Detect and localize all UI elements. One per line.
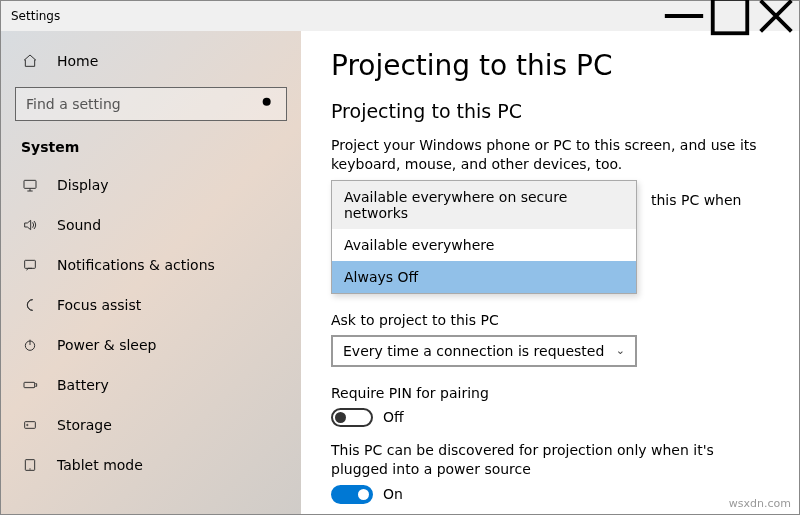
sidebar-item-power-sleep[interactable]: Power & sleep — [1, 325, 301, 365]
focus-assist-icon — [21, 296, 39, 314]
content-pane: Projecting to this PC Projecting to this… — [301, 31, 799, 514]
svg-point-7 — [27, 424, 28, 425]
window-controls — [661, 1, 799, 31]
sidebar-item-notifications[interactable]: Notifications & actions — [1, 245, 301, 285]
sidebar-item-label: Sound — [57, 217, 101, 233]
ask-to-project-value: Every time a connection is requested — [343, 343, 604, 359]
window-body: Home System Display Sound Notifications … — [1, 31, 799, 514]
dropdown-option-everywhere[interactable]: Available everywhere — [332, 229, 636, 261]
hidden-text-fragment: this PC when — [651, 192, 741, 208]
power-icon — [21, 336, 39, 354]
sound-icon — [21, 216, 39, 234]
home-label: Home — [57, 53, 98, 69]
page-description: Project your Windows phone or PC to this… — [331, 136, 769, 174]
discoverable-row: On — [331, 485, 769, 504]
svg-rect-5 — [24, 382, 35, 387]
home-icon — [21, 52, 39, 70]
close-button[interactable] — [753, 1, 799, 31]
storage-icon — [21, 416, 39, 434]
require-pin-row: Off — [331, 408, 769, 427]
watermark: wsxdn.com — [729, 497, 791, 510]
search-input[interactable] — [26, 96, 260, 112]
require-pin-state: Off — [383, 409, 404, 425]
discoverable-state: On — [383, 486, 403, 502]
sidebar-item-label: Battery — [57, 377, 109, 393]
availability-dropdown-wrap: this PC when Available everywhere on sec… — [331, 180, 769, 294]
search-icon — [260, 95, 276, 114]
ask-to-project-select[interactable]: Every time a connection is requested ⌄ — [331, 335, 637, 367]
svg-rect-0 — [713, 0, 748, 33]
sidebar-item-storage[interactable]: Storage — [1, 405, 301, 445]
sidebar-item-sound[interactable]: Sound — [1, 205, 301, 245]
tablet-icon — [21, 456, 39, 474]
require-pin-label: Require PIN for pairing — [331, 385, 769, 401]
window-title: Settings — [11, 9, 60, 23]
dropdown-option-off[interactable]: Always Off — [332, 261, 636, 293]
chevron-down-icon: ⌄ — [616, 344, 625, 357]
sidebar-item-display[interactable]: Display — [1, 165, 301, 205]
sidebar-item-battery[interactable]: Battery — [1, 365, 301, 405]
sidebar-item-label: Tablet mode — [57, 457, 143, 473]
notifications-icon — [21, 256, 39, 274]
titlebar: Settings — [1, 1, 799, 31]
page-title: Projecting to this PC — [331, 49, 769, 82]
page-subtitle: Projecting to this PC — [331, 100, 769, 122]
sidebar-item-label: Focus assist — [57, 297, 141, 313]
svg-rect-3 — [25, 260, 36, 268]
svg-rect-2 — [24, 180, 36, 188]
discoverable-toggle[interactable] — [331, 485, 373, 504]
sidebar-item-label: Power & sleep — [57, 337, 156, 353]
sidebar-item-focus-assist[interactable]: Focus assist — [1, 285, 301, 325]
sidebar-item-label: Notifications & actions — [57, 257, 215, 273]
category-header: System — [1, 131, 301, 165]
sidebar-item-label: Storage — [57, 417, 112, 433]
toggle-knob — [358, 489, 369, 500]
home-nav[interactable]: Home — [1, 41, 301, 81]
sidebar-item-tablet-mode[interactable]: Tablet mode — [1, 445, 301, 485]
minimize-button[interactable] — [661, 1, 707, 31]
ask-to-project-label: Ask to project to this PC — [331, 312, 769, 328]
toggle-knob — [335, 412, 346, 423]
battery-icon — [21, 376, 39, 394]
dropdown-option-secure[interactable]: Available everywhere on secure networks — [332, 181, 636, 229]
settings-window: Settings Home — [0, 0, 800, 515]
svg-point-1 — [263, 97, 271, 105]
sidebar-item-label: Display — [57, 177, 109, 193]
display-icon — [21, 176, 39, 194]
availability-dropdown-open[interactable]: Available everywhere on secure networks … — [331, 180, 637, 294]
require-pin-toggle[interactable] — [331, 408, 373, 427]
search-box[interactable] — [15, 87, 287, 121]
discoverable-label: This PC can be discovered for projection… — [331, 441, 769, 479]
sidebar: Home System Display Sound Notifications … — [1, 31, 301, 514]
maximize-button[interactable] — [707, 1, 753, 31]
